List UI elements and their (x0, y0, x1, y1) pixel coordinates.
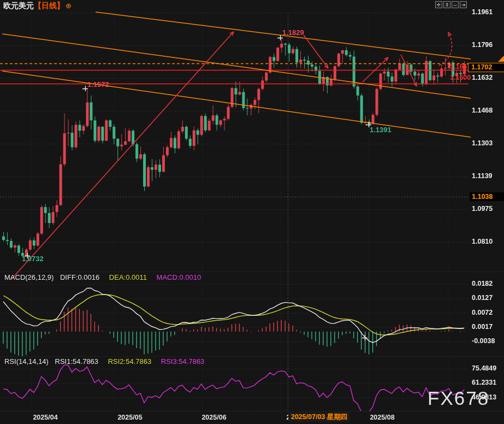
swing-price-label: 1.1829 (282, 28, 304, 37)
price-axis-tick: 1.1139 (472, 172, 493, 180)
macd-axis-tick: -0.0038 (472, 337, 495, 345)
rsi-axis-tick: 61.2331 (472, 379, 496, 386)
crosshair-price-badge: 1.1038 (470, 192, 504, 201)
rsi2-value: RSI2:54.7863 (108, 357, 152, 366)
move-tool-icon[interactable]: ✛ (435, 1, 442, 8)
chart-header: 欧元美元【日线】⊕ (3, 1, 72, 11)
macd-axis-tick: 0.0017 (472, 323, 493, 331)
support-level-label: 1.1600 (450, 74, 471, 81)
period-label: 【日线】 (34, 1, 64, 10)
rsi3-value: RSI3:54.7863 (161, 357, 205, 366)
macd-axis-tick: 0.0127 (472, 294, 493, 302)
swing-price-label: 1.1572 (87, 80, 109, 89)
last-price-badge: 1.1702 (468, 63, 504, 72)
swing-price-label: 1.1391 (370, 126, 392, 134)
rsi-legend: RSI(14,14,14) RSI1:54.7863 RSI2:54.7863 … (4, 357, 204, 366)
x-axis-month-label: 2025/06 (201, 414, 226, 421)
rsi-title: RSI(14,14,14) (4, 357, 49, 366)
price-axis-tick: 1.1468 (472, 107, 493, 114)
price-axis-tick: 1.1796 (472, 41, 493, 49)
chart-toolbar: ✛⇕⇔⇥ (435, 1, 467, 8)
macd-diff-value: DIFF:0.0016 (60, 273, 99, 281)
price-axis-tick: 1.1961 (472, 8, 493, 16)
x-axis-month-label: 2025/05 (117, 414, 142, 421)
price-axis-tick: 1.0975 (472, 205, 493, 213)
macd-legend: MACD(26,12,9) DIFF:0.0016 DEA:0.0011 MAC… (4, 273, 201, 281)
macd-axis-tick: 0.0182 (472, 280, 493, 287)
price-axis-tick: 1.0810 (472, 238, 493, 245)
chart-window: 欧元美元【日线】⊕ ✛⇕⇔⇥ 1.19611.17961.16321.14681… (0, 0, 504, 424)
y-axis-scale-icon[interactable]: ⇕ (443, 1, 450, 8)
x-axis-month-label: 2025/08 (370, 414, 394, 421)
price-axis-tick: 1.1632 (472, 74, 493, 81)
macd-macd-value: MACD:0.0010 (157, 273, 201, 281)
rsi1-value: RSI1:54.7863 (55, 357, 99, 366)
x-axis-month-label: 2025/04 (33, 414, 57, 421)
snap-to-latest-icon[interactable]: ⇥ (460, 1, 467, 8)
macd-title: MACD(26,12,9) (4, 273, 54, 281)
symbol-title: 欧元美元 (3, 1, 34, 10)
rsi-axis-tick: 46.9813 (472, 393, 496, 401)
crosshair-date-badge: 2025/07/03 星期四 (288, 412, 350, 422)
price-axis-tick: 1.1303 (472, 139, 493, 147)
macd-axis-tick: 0.0072 (472, 309, 493, 316)
add-indicator-icon[interactable]: ⊕ (66, 2, 72, 10)
x-axis-scale-icon[interactable]: ⇔ (452, 1, 459, 8)
macd-dea-value: DEA:0.0011 (109, 273, 147, 281)
swing-price-label: 1.0732 (22, 255, 44, 263)
rsi-axis-tick: 75.4849 (472, 364, 496, 372)
